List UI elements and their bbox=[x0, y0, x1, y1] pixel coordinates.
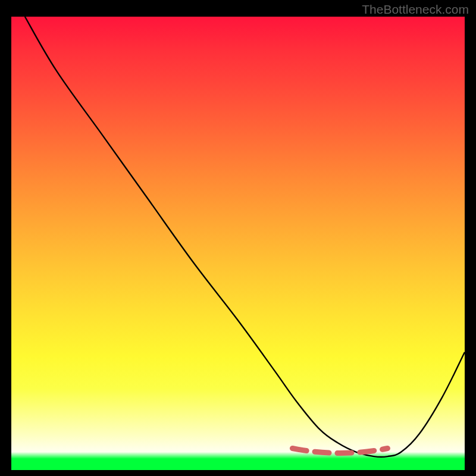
watermark-text: TheBottleneck.com bbox=[362, 2, 469, 17]
chart-frame bbox=[11, 17, 465, 470]
optimal-band-marker bbox=[11, 17, 465, 470]
